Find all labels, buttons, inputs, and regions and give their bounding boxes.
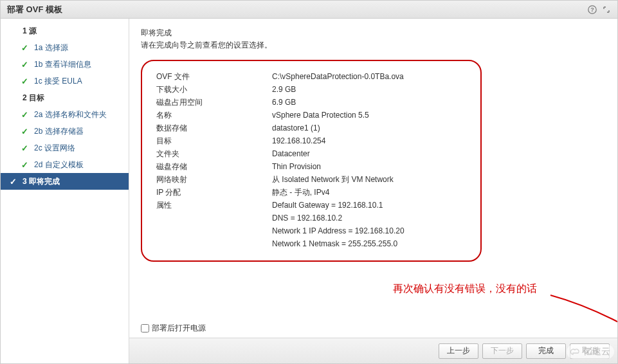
next-button: 下一步 [482, 343, 522, 359]
help-icon[interactable]: ? [586, 4, 598, 15]
sidebar-item-ready-complete[interactable]: ✓3 即将完成 [1, 173, 129, 190]
row-ovf-file: OVF 文件C:\vSphereDataProtection-0.0TBa.ov… [156, 70, 466, 83]
annotation-text: 再次确认有没有错误，没有的话 [393, 282, 537, 296]
sidebar-item-target[interactable]: 2 目标 [1, 89, 129, 106]
sidebar-item-accept-eula[interactable]: ✓1c 接受 EULA [1, 73, 129, 89]
main-panel: 即将完成 请在完成向导之前查看您的设置选择。 OVF 文件C:\vSphereD… [129, 19, 617, 363]
titlebar: 部署 OVF 模板 ? [1, 1, 617, 19]
row-disk-storage: 磁盘存储Thin Provision [156, 160, 466, 173]
expand-icon[interactable] [601, 4, 612, 15]
row-network-mapping: 网络映射从 Isolated Network 到 VM Network [156, 173, 466, 186]
page-title: 即将完成 [141, 28, 606, 39]
row-disk-size: 磁盘占用空间6.9 GB [156, 96, 466, 109]
sidebar-item-customize-template[interactable]: ✓2d 自定义模板 [1, 156, 129, 173]
row-download-size: 下载大小2.9 GB [156, 83, 466, 96]
power-on-checkbox[interactable] [141, 324, 149, 332]
content-area: 即将完成 请在完成向导之前查看您的设置选择。 OVF 文件C:\vSphereD… [129, 19, 617, 319]
dialog-title: 部署 OVF 模板 [7, 4, 62, 15]
sidebar-item-select-source[interactable]: ✓1a 选择源 [1, 39, 129, 56]
summary-box: OVF 文件C:\vSphereDataProtection-0.0TBa.ov… [141, 60, 482, 262]
back-button[interactable]: 上一步 [439, 343, 478, 359]
row-properties: 属性 Default Gateway = 192.168.10.1 DNS = … [156, 199, 466, 250]
row-name: 名称vSphere Data Protection 5.5 [156, 109, 466, 122]
row-target: 目标192.168.10.254 [156, 134, 466, 147]
power-on-option: 部署后打开电源 [129, 319, 617, 338]
sidebar-item-review-details[interactable]: ✓1b 查看详细信息 [1, 56, 129, 73]
row-datastore: 数据存储datastore1 (1) [156, 122, 466, 134]
deploy-ovf-dialog: 部署 OVF 模板 ? 1 源 ✓1a 选择源 ✓1b 查看详细信息 ✓1c 接… [0, 0, 618, 364]
wizard-sidebar: 1 源 ✓1a 选择源 ✓1b 查看详细信息 ✓1c 接受 EULA 2 目标 … [1, 19, 129, 363]
dialog-body: 1 源 ✓1a 选择源 ✓1b 查看详细信息 ✓1c 接受 EULA 2 目标 … [1, 19, 617, 363]
watermark: 亿速云 [567, 345, 614, 359]
sidebar-item-setup-network[interactable]: ✓2c 设置网络 [1, 140, 129, 156]
row-ip-allocation: IP 分配静态 - 手动, IPv4 [156, 186, 466, 199]
row-folder: 文件夹Datacenter [156, 147, 466, 160]
power-on-label[interactable]: 部署后打开电源 [141, 323, 606, 334]
sidebar-item-select-storage[interactable]: ✓2b 选择存储器 [1, 123, 129, 140]
page-subtitle: 请在完成向导之前查看您的设置选择。 [141, 40, 606, 51]
footer: 上一步 下一步 完成 取消 [129, 338, 617, 363]
sidebar-item-name-folder[interactable]: ✓2a 选择名称和文件夹 [1, 106, 129, 123]
svg-text:?: ? [590, 6, 594, 13]
sidebar-item-source[interactable]: 1 源 [1, 23, 129, 39]
